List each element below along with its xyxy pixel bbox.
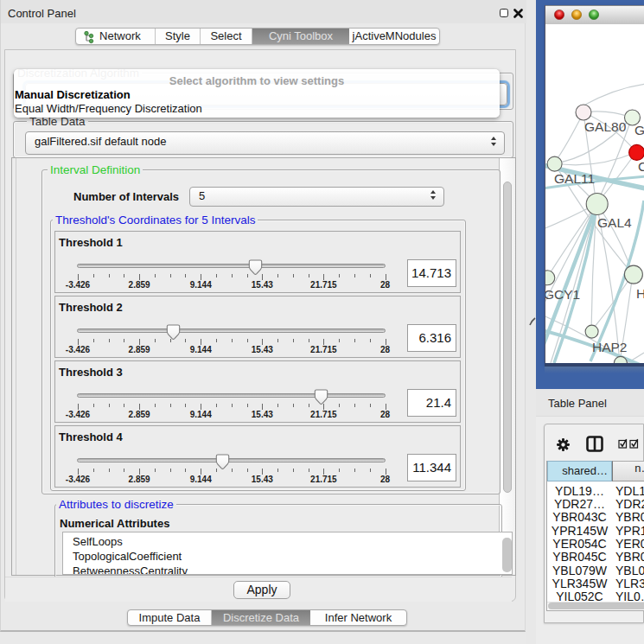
- svg-text:GAL4: GAL4: [597, 215, 632, 230]
- svg-text:G: G: [634, 123, 644, 137]
- svg-text:GCY1: GCY1: [545, 287, 580, 302]
- svg-text:GAL80: GAL80: [584, 119, 627, 134]
- svg-text:GAL11: GAL11: [554, 171, 595, 186]
- svg-text:HAP2: HAP2: [592, 340, 628, 354]
- svg-text:H: H: [636, 286, 644, 301]
- svg-text:C: C: [638, 159, 644, 174]
